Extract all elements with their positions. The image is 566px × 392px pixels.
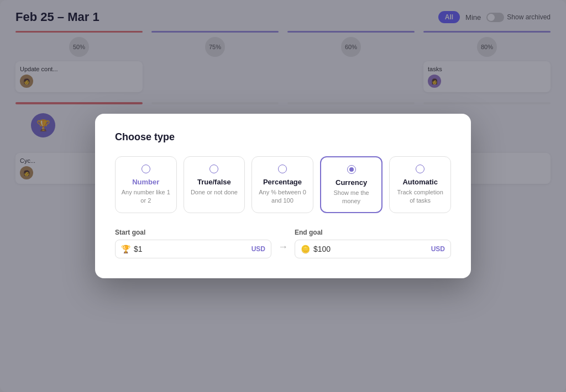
- end-goal-label: End goal: [295, 229, 451, 236]
- start-goal-group: Start goal 🏆 USD: [115, 229, 271, 258]
- type-options-row: Number Any number like 1 or 2 True/false…: [115, 156, 451, 214]
- start-goal-label: Start goal: [115, 229, 271, 236]
- type-label-true-false: True/false: [197, 178, 231, 186]
- modal-title: Choose type: [115, 131, 451, 143]
- type-desc-automatic: Track completion of tasks: [395, 188, 445, 205]
- start-goal-input[interactable]: [134, 245, 248, 253]
- end-goal-input[interactable]: [313, 245, 428, 253]
- type-label-currency: Currency: [336, 178, 367, 187]
- radio-percentage: [278, 165, 287, 173]
- type-option-true-false[interactable]: True/false Done or not done: [184, 156, 245, 214]
- end-coin-icon: 🪙: [301, 245, 310, 253]
- radio-true-false: [209, 165, 218, 173]
- arrow-divider: →: [278, 241, 288, 258]
- choose-type-modal: Choose type Number Any number like 1 or …: [95, 114, 471, 279]
- end-goal-group: End goal 🪙 USD: [295, 229, 451, 258]
- type-option-percentage[interactable]: Percentage Any % between 0 and 100: [251, 156, 313, 214]
- start-goal-input-wrap[interactable]: 🏆 USD: [115, 240, 271, 258]
- start-currency-tag: USD: [251, 245, 265, 253]
- modal-overlay: Choose type Number Any number like 1 or …: [0, 0, 566, 392]
- goal-inputs-row: Start goal 🏆 USD → End goal 🪙 USD: [115, 229, 451, 258]
- type-desc-true-false: Done or not done: [191, 188, 238, 197]
- start-trophy-icon: 🏆: [121, 245, 130, 253]
- type-label-automatic: Automatic: [402, 178, 438, 186]
- radio-currency-dot: [349, 167, 354, 172]
- radio-currency: [347, 165, 356, 174]
- type-desc-number: Any number like 1 or 2: [121, 188, 171, 205]
- type-option-automatic[interactable]: Automatic Track completion of tasks: [389, 156, 451, 214]
- type-option-number[interactable]: Number Any number like 1 or 2: [115, 156, 177, 214]
- radio-number: [142, 165, 150, 173]
- type-label-number: Number: [132, 178, 159, 186]
- radio-automatic: [416, 165, 424, 173]
- end-currency-tag: USD: [431, 245, 445, 253]
- type-label-percentage: Percentage: [263, 178, 302, 186]
- end-goal-input-wrap[interactable]: 🪙 USD: [295, 240, 451, 258]
- type-desc-currency: Show me the money: [327, 189, 376, 206]
- type-option-currency[interactable]: Currency Show me the money: [320, 156, 383, 214]
- type-desc-percentage: Any % between 0 and 100: [258, 188, 307, 205]
